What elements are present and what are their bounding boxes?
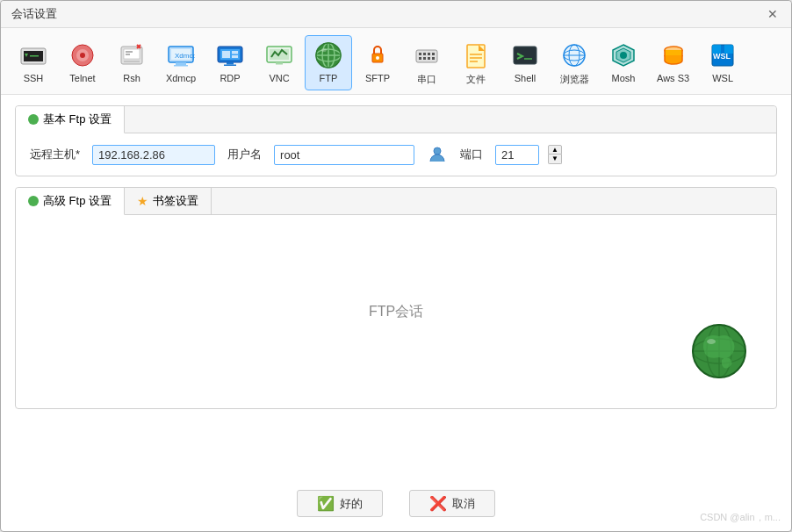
proto-xdmcp[interactable]: Xdmcp Xdmcp (157, 35, 205, 90)
ok-icon: ✅ (317, 495, 335, 512)
advanced-ftp-tab[interactable]: 高级 Ftp 设置 (16, 188, 125, 215)
proto-ssh[interactable]: SSH (10, 35, 57, 90)
svg-rect-23 (222, 51, 230, 58)
svg-rect-28 (276, 62, 283, 65)
proto-rsh[interactable]: Rsh (108, 35, 155, 90)
bookmark-tab-label: 书签设置 (153, 193, 198, 209)
awss3-icon (658, 40, 689, 71)
title-bar: 会话设置 ✕ (1, 1, 791, 28)
proto-browser[interactable]: 浏览器 (551, 35, 598, 90)
svg-rect-22 (224, 65, 236, 67)
advanced-tabs: 高级 Ftp 设置 ★ 书签设置 (16, 188, 776, 215)
ssh-icon (18, 40, 49, 71)
vnc-icon (263, 40, 295, 71)
rsh-icon (116, 40, 148, 71)
svg-rect-44 (423, 57, 426, 60)
bookmark-star-icon: ★ (137, 194, 148, 208)
proto-rdp[interactable]: RDP (206, 35, 254, 90)
shell-icon (509, 40, 541, 71)
proto-telnet[interactable]: Telnet (59, 35, 106, 90)
cancel-label: 取消 (452, 496, 475, 512)
telnet-icon (67, 40, 98, 71)
proto-sftp[interactable]: SFTP (354, 35, 401, 90)
advanced-ftp-section: 高级 Ftp 设置 ★ 书签设置 FTP会话 (15, 187, 777, 409)
dialog-title: 会话设置 (11, 6, 57, 22)
xdmcp-icon: Xdmcp (165, 40, 197, 71)
rdp-label: RDP (220, 73, 240, 83)
proto-ftp[interactable]: FTP (305, 35, 352, 90)
svg-point-35 (321, 48, 327, 52)
wsl-label: WSL (712, 73, 733, 83)
svg-point-66 (434, 147, 441, 155)
svg-rect-64 (712, 45, 721, 54)
wsl-icon: WSL (707, 40, 738, 71)
bookmark-tab[interactable]: ★ 书签设置 (125, 188, 212, 214)
svg-rect-65 (724, 45, 733, 54)
svg-rect-42 (432, 53, 435, 55)
awss3-label: Aws S3 (657, 73, 689, 83)
advanced-tab-label: 高级 Ftp 设置 (43, 193, 112, 209)
svg-point-37 (376, 56, 379, 60)
advanced-body: FTP会话 (16, 215, 776, 408)
svg-rect-21 (227, 62, 234, 65)
proto-vnc[interactable]: VNC (256, 35, 303, 90)
browser-icon (558, 40, 590, 71)
user-icon-button[interactable] (427, 144, 448, 165)
svg-rect-25 (232, 55, 238, 58)
proto-serial[interactable]: 串口 (403, 35, 450, 90)
svg-rect-45 (428, 57, 430, 60)
rdp-icon (214, 40, 246, 71)
svg-rect-3 (30, 55, 39, 57)
file-icon (460, 40, 492, 71)
serial-label: 串口 (417, 73, 436, 86)
proto-file[interactable]: 文件 (452, 35, 500, 90)
svg-rect-47 (467, 45, 485, 68)
svg-text:Xdmcp: Xdmcp (175, 52, 195, 60)
svg-point-60 (620, 52, 627, 59)
svg-rect-16 (176, 62, 186, 65)
xdmcp-label: Xdmcp (166, 73, 196, 83)
user-input[interactable] (274, 145, 414, 165)
svg-rect-24 (232, 51, 238, 54)
cancel-button[interactable]: ❌ 取消 (409, 490, 495, 517)
session-dialog: 会话设置 ✕ SSH (0, 0, 792, 532)
user-label: 用户名 (227, 147, 262, 162)
proto-awss3[interactable]: Aws S3 (649, 35, 697, 90)
proto-mosh[interactable]: Mosh (600, 35, 647, 90)
svg-rect-38 (416, 50, 437, 62)
port-up-button[interactable]: ▲ (548, 145, 562, 155)
mosh-label: Mosh (612, 73, 636, 83)
svg-point-6 (80, 53, 85, 58)
content-area: 基本 Ftp 设置 远程主机* 用户名 端口 ▲ ▼ (1, 95, 791, 478)
port-input[interactable] (495, 145, 539, 165)
svg-rect-46 (432, 57, 435, 60)
globe-decoration (688, 320, 750, 382)
svg-rect-43 (419, 57, 421, 60)
ftp-session-label: FTP会话 (369, 303, 423, 321)
rsh-label: Rsh (123, 73, 140, 83)
proto-shell[interactable]: Shell (501, 35, 549, 90)
sftp-label: SFTP (365, 73, 390, 83)
svg-rect-39 (419, 53, 421, 55)
port-down-button[interactable]: ▼ (548, 155, 562, 164)
proto-wsl[interactable]: WSL WSL (699, 35, 746, 90)
ok-label: 好的 (340, 496, 363, 512)
basic-settings-row: 远程主机* 用户名 端口 ▲ ▼ (16, 133, 776, 176)
close-button[interactable]: ✕ (765, 6, 781, 22)
ok-button[interactable]: ✅ 好的 (297, 490, 383, 517)
ssh-label: SSH (24, 73, 44, 83)
mosh-icon (608, 40, 639, 71)
protocol-toolbar: SSH Telnet (1, 28, 791, 95)
svg-point-73 (707, 339, 716, 344)
cancel-icon: ❌ (429, 495, 447, 512)
basic-ftp-section: 基本 Ftp 设置 远程主机* 用户名 端口 ▲ ▼ (15, 105, 777, 176)
serial-icon (411, 40, 443, 71)
file-label: 文件 (466, 73, 486, 86)
telnet-label: Telnet (69, 73, 95, 83)
svg-rect-17 (174, 65, 188, 67)
basic-ftp-tab[interactable]: 基本 Ftp 设置 (16, 106, 125, 133)
port-label: 端口 (460, 147, 483, 162)
svg-rect-41 (428, 53, 430, 55)
host-label: 远程主机* (30, 147, 80, 162)
host-input[interactable] (92, 145, 215, 165)
